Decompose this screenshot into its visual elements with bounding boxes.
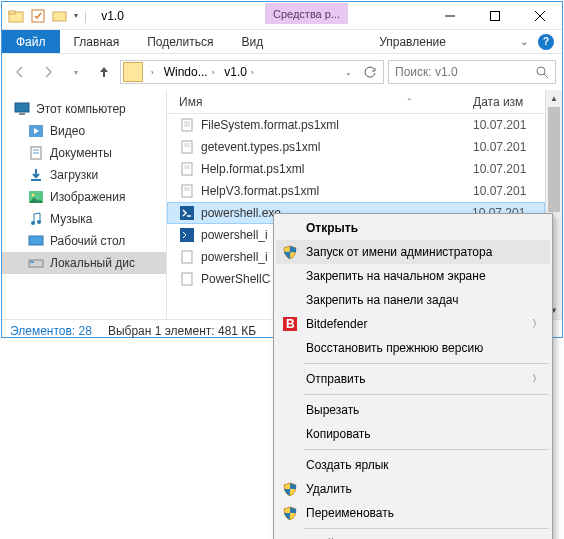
minimize-button[interactable] [427,2,472,30]
file-icon [179,183,195,199]
folder-icon [8,8,24,24]
menu-pin-taskbar[interactable]: Закрепить на панели задач [276,288,550,312]
menu-run-as-admin[interactable]: Запуск от имени администратора [276,240,550,264]
file-icon [179,249,195,265]
svg-point-19 [32,194,35,197]
file-icon [179,139,195,155]
menu-properties[interactable]: Свойства [276,532,550,539]
tree-music[interactable]: Музыка [2,208,166,230]
file-icon [179,117,195,133]
menu-cut[interactable]: Вырезать [276,398,550,422]
tree-this-pc[interactable]: Этот компьютер [2,98,166,120]
scroll-thumb[interactable] [548,107,560,212]
menu-restore[interactable]: Восстановить прежнюю версию [276,336,550,360]
titlebar: ▾ | v1.0 Средства р... [2,2,562,30]
svg-rect-40 [182,251,192,263]
monitor-icon [14,101,30,117]
up-button[interactable] [92,60,116,84]
back-button[interactable] [8,60,32,84]
file-icon [179,161,195,177]
tab-home[interactable]: Главная [60,30,134,53]
tab-manage[interactable]: Управление [365,30,460,53]
document-icon [28,145,44,161]
qat-dropdown-icon[interactable]: ▾ [74,11,78,20]
menu-pin-start[interactable]: Закрепить на начальном экране [276,264,550,288]
tree-local-disk[interactable]: Локальный дис [2,252,166,274]
context-menu: Открыть Запуск от имени администратора З… [273,213,553,539]
search-input[interactable]: Поиск: v1.0 [388,60,556,84]
maximize-button[interactable] [472,2,517,30]
bitdefender-icon: B [282,316,298,332]
svg-rect-1 [9,11,15,14]
breadcrumb-dropdown-icon[interactable]: ⌄ [337,61,359,83]
folder-qat-icon[interactable] [52,8,68,24]
breadcrumb-root-chevron[interactable]: › [151,68,154,77]
shield-icon [282,244,298,260]
download-icon [28,167,44,183]
pictures-icon [28,189,44,205]
menu-delete[interactable]: Удалить [276,477,550,501]
file-row[interactable]: Help.format.ps1xml10.07.201 [167,158,545,180]
window-title: v1.0 [101,9,124,23]
forward-button[interactable] [36,60,60,84]
menu-open[interactable]: Открыть [276,216,550,240]
tree-videos[interactable]: Видео [2,120,166,142]
svg-rect-32 [182,163,192,175]
file-icon [179,271,195,287]
tree-desktop[interactable]: Рабочий стол [2,230,166,252]
menu-copy[interactable]: Копировать [276,422,550,446]
powershell-icon [179,205,195,221]
tree-documents[interactable]: Документы [2,142,166,164]
menu-rename[interactable]: Переименовать [276,501,550,525]
tab-view[interactable]: Вид [227,30,277,53]
svg-rect-12 [19,113,25,115]
status-selection: Выбран 1 элемент: 481 КБ [108,324,256,338]
svg-text:B: B [286,317,295,331]
help-icon[interactable]: ? [538,34,554,50]
scroll-up-icon[interactable]: ▲ [546,90,562,107]
tab-share[interactable]: Поделиться [133,30,227,53]
shield-icon [282,481,298,497]
sort-indicator-icon: ⌃ [406,97,413,106]
navigation-pane: Этот компьютер Видео Документы Загрузки … [2,90,167,319]
close-button[interactable] [517,2,562,30]
breadcrumb[interactable]: › Windo...› v1.0› ⌄ [120,60,384,84]
qat-separator: | [84,9,87,23]
breadcrumb-seg[interactable]: Windo... [164,65,208,79]
powershell-icon [179,227,195,243]
svg-rect-5 [490,12,499,21]
file-row[interactable]: getevent.types.ps1xml10.07.201 [167,136,545,158]
tree-pictures[interactable]: Изображения [2,186,166,208]
menu-send-to[interactable]: Отправить〉 [276,367,550,391]
column-name[interactable]: Имя [179,95,202,109]
submenu-arrow-icon: 〉 [532,317,542,331]
menu-separator [304,363,549,364]
refresh-button[interactable] [359,61,381,83]
file-row[interactable]: HelpV3.format.ps1xml10.07.201 [167,180,545,202]
svg-point-20 [31,221,35,225]
menu-shortcut[interactable]: Создать ярлык [276,453,550,477]
breadcrumb-seg[interactable]: v1.0 [224,65,247,79]
menu-bitdefender[interactable]: B Bitdefender 〉 [276,312,550,336]
file-row[interactable]: FileSystem.format.ps1xml10.07.201 [167,114,545,136]
desktop-icon [28,233,44,249]
svg-rect-22 [29,236,43,245]
svg-rect-8 [127,67,139,77]
video-icon [28,123,44,139]
navigation-bar: ▾ › Windo...› v1.0› ⌄ Поиск: v1.0 [2,54,562,90]
menu-separator [304,528,549,529]
search-placeholder: Поиск: v1.0 [395,65,458,79]
recent-dropdown-icon[interactable]: ▾ [64,60,88,84]
svg-rect-11 [15,103,29,112]
ribbon-tabs: Файл Главная Поделиться Вид Управление ⌄… [2,30,562,54]
tree-downloads[interactable]: Загрузки [2,164,166,186]
svg-rect-41 [182,273,192,285]
properties-qat-icon[interactable] [30,8,46,24]
context-tab[interactable]: Средства р... [265,3,348,24]
shield-icon [282,505,298,521]
menu-separator [304,394,549,395]
svg-point-21 [37,220,41,224]
tab-file[interactable]: Файл [2,30,60,53]
ribbon-expand-icon[interactable]: ⌄ [520,36,528,47]
column-date[interactable]: Дата изм [473,95,545,109]
